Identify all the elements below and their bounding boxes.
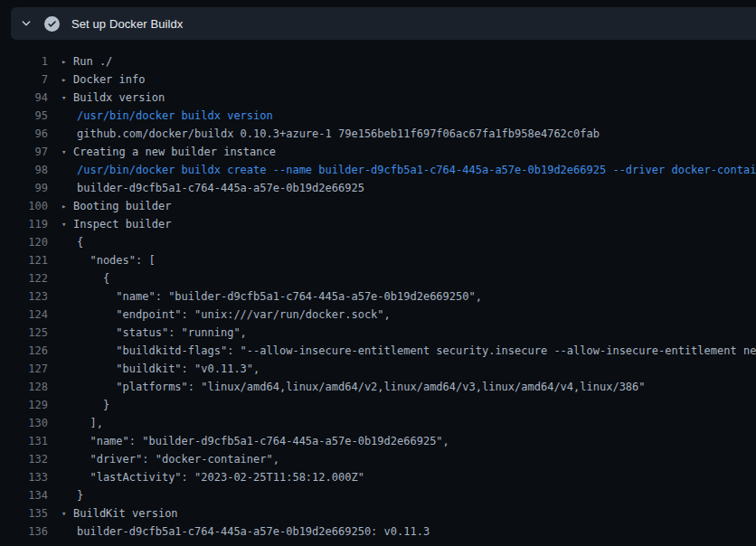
line-number[interactable]: 132 <box>0 450 48 468</box>
log-line-text: Buildx version <box>73 89 165 107</box>
group-toggle-icon[interactable]: ▾ <box>61 504 73 522</box>
log-line-text: Docker info <box>73 71 145 89</box>
log-row: 98 /usr/bin/docker buildx create --name … <box>0 161 756 179</box>
log-line-text: "driver": "docker-container", <box>77 450 279 468</box>
log-line-text: } <box>77 486 83 504</box>
log-row: 96 github.com/docker/buildx 0.10.3+azure… <box>0 125 756 143</box>
log-line-text: } <box>77 396 109 414</box>
log-group-row[interactable]: 97 ▾ Creating a new builder instance <box>0 143 756 161</box>
log-line-text: { <box>77 233 83 251</box>
line-number[interactable]: 95 <box>0 107 48 125</box>
group-toggle-icon[interactable]: ▾ <box>61 143 73 161</box>
log-group-row[interactable]: 100 ▸ Booting builder <box>0 197 756 215</box>
line-number[interactable]: 100 <box>0 197 48 215</box>
step-title: Set up Docker Buildx <box>71 17 183 31</box>
line-number[interactable]: 1 <box>0 52 48 71</box>
line-number[interactable]: 131 <box>0 432 48 450</box>
check-circle-icon <box>44 16 60 32</box>
log-line-text: "lastActivity": "2023-02-25T11:58:12.000… <box>77 468 364 486</box>
log-lines: 1 ▸ Run ./ 7 ▸ Docker info 94 ▾ Buildx v… <box>0 52 756 546</box>
log-line-text: /usr/bin/docker buildx version <box>77 107 273 125</box>
group-toggle-icon[interactable]: ▸ <box>61 71 73 89</box>
log-row: 126 "buildkitd-flags": "--allow-insecure… <box>0 342 756 360</box>
line-number[interactable]: 96 <box>0 125 48 143</box>
log-row: 129 } <box>0 396 756 414</box>
log-line-text: { <box>77 269 109 287</box>
log-row: 132 "driver": "docker-container", <box>0 450 756 468</box>
log-row: 99 builder-d9cfb5a1-c764-445a-a57e-0b19d… <box>0 179 756 197</box>
log-line-text: "buildkit": "v0.11.3", <box>77 360 260 378</box>
log-group-row[interactable]: 1 ▸ Run ./ <box>0 52 756 71</box>
log-row: 122 { <box>0 269 756 287</box>
log-row: 125 "status": "running", <box>0 324 756 342</box>
log-row: 134 } <box>0 486 756 504</box>
log-row: 124 "endpoint": "unix:///var/run/docker.… <box>0 306 756 324</box>
log-line-text: BuildKit version <box>73 504 178 522</box>
log-line-text: Run ./ <box>73 52 112 71</box>
log-line-text: /usr/bin/docker buildx create --name bui… <box>77 161 756 179</box>
log-line-text: "name": "builder-d9cfb5a1-c764-445a-a57e… <box>77 432 449 450</box>
log-group-row[interactable]: 7 ▸ Docker info <box>0 71 756 89</box>
log-row: 131 "name": "builder-d9cfb5a1-c764-445a-… <box>0 432 756 450</box>
line-number[interactable]: 128 <box>0 378 48 396</box>
log-row: 130 ], <box>0 414 756 432</box>
log-line-text: Booting builder <box>73 197 171 215</box>
log-row: 136 builder-d9cfb5a1-c764-445a-a57e-0b19… <box>0 522 756 541</box>
log-line-text: github.com/docker/buildx 0.10.3+azure-1 … <box>77 125 600 143</box>
line-number[interactable]: 126 <box>0 342 48 360</box>
step-header[interactable]: Set up Docker Buildx <box>11 7 756 40</box>
line-number[interactable]: 133 <box>0 468 48 486</box>
log-group-row[interactable]: 119 ▾ Inspect builder <box>0 215 756 233</box>
log-line-text: "endpoint": "unix:///var/run/docker.sock… <box>77 306 391 324</box>
log-line-text: "status": "running", <box>77 324 247 342</box>
line-number[interactable]: 124 <box>0 306 48 324</box>
log-row: 123 "name": "builder-d9cfb5a1-c764-445a-… <box>0 287 756 306</box>
log-row: 128 "platforms": "linux/amd64,linux/amd6… <box>0 378 756 396</box>
log-line-text: "name": "builder-d9cfb5a1-c764-445a-a57e… <box>77 287 482 306</box>
line-number[interactable]: 94 <box>0 89 48 107</box>
line-number[interactable]: 119 <box>0 215 48 233</box>
group-toggle-icon[interactable]: ▸ <box>61 197 73 215</box>
line-number[interactable]: 134 <box>0 486 48 504</box>
log-row: 127 "buildkit": "v0.11.3", <box>0 360 756 378</box>
group-toggle-icon[interactable]: ▸ <box>61 52 73 71</box>
line-number[interactable]: 7 <box>0 71 48 89</box>
line-number[interactable]: 121 <box>0 251 48 269</box>
actions-log-viewer: Set up Docker Buildx 1 ▸ Run ./ 7 ▸ Dock… <box>0 0 756 546</box>
line-number[interactable]: 130 <box>0 414 48 432</box>
chevron-down-icon[interactable] <box>20 17 33 30</box>
group-toggle-icon[interactable]: ▾ <box>61 89 73 107</box>
line-number[interactable]: 97 <box>0 143 48 161</box>
group-toggle-icon[interactable]: ▾ <box>61 215 73 233</box>
log-line-text: ], <box>77 414 103 432</box>
log-row: 95 /usr/bin/docker buildx version <box>0 107 756 125</box>
line-number[interactable]: 122 <box>0 269 48 287</box>
log-line-text: Creating a new builder instance <box>73 143 276 161</box>
line-number[interactable]: 125 <box>0 324 48 342</box>
log-line-text: builder-d9cfb5a1-c764-445a-a57e-0b19d2e6… <box>77 179 364 197</box>
line-number[interactable]: 123 <box>0 287 48 306</box>
line-number[interactable]: 120 <box>0 233 48 251</box>
log-row: 121 "nodes": [ <box>0 251 756 269</box>
line-number[interactable]: 99 <box>0 179 48 197</box>
log-line-text: builder-d9cfb5a1-c764-445a-a57e-0b19d2e6… <box>77 522 430 541</box>
log-line-text: "buildkitd-flags": "--allow-insecure-ent… <box>77 342 756 360</box>
log-line-text: "platforms": "linux/amd64,linux/amd64/v2… <box>77 378 646 396</box>
log-group-row[interactable]: 94 ▾ Buildx version <box>0 89 756 107</box>
log-line-text: "nodes": [ <box>77 251 156 269</box>
log-row: 133 "lastActivity": "2023-02-25T11:58:12… <box>0 468 756 486</box>
line-number[interactable]: 135 <box>0 504 48 522</box>
line-number[interactable]: 98 <box>0 161 48 179</box>
line-number[interactable]: 129 <box>0 396 48 414</box>
line-number[interactable]: 127 <box>0 360 48 378</box>
log-group-row[interactable]: 135 ▾ BuildKit version <box>0 504 756 522</box>
log-line-text: Inspect builder <box>73 215 171 233</box>
line-number[interactable]: 136 <box>0 522 48 541</box>
log-row: 120 { <box>0 233 756 251</box>
